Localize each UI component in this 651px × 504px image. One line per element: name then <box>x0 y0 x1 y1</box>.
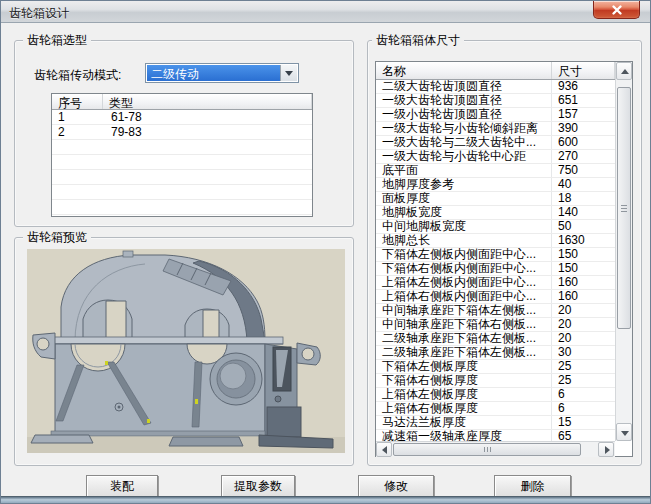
combobox-dropdown-button[interactable] <box>280 65 297 81</box>
dimension-name: 一级大齿轮与小齿轮倾斜距离 <box>376 122 552 135</box>
dimension-row[interactable]: 面板厚度18 <box>376 192 615 206</box>
column-header-index[interactable]: 序号 <box>52 94 103 109</box>
preview-groupbox: 齿轮箱预览 <box>14 237 354 466</box>
scroll-down-button[interactable] <box>616 423 632 441</box>
dimension-row[interactable]: 一级小齿轮齿顶圆直径157 <box>376 108 615 122</box>
dimension-row[interactable]: 下箱体左侧板内侧面距中心...150 <box>376 248 615 262</box>
column-header-name[interactable]: 名称 <box>376 62 552 79</box>
dimension-name: 上箱体左侧板厚度 <box>376 388 552 401</box>
close-button[interactable] <box>593 1 640 19</box>
transmission-mode-combobox[interactable]: 二级传动 <box>145 63 299 83</box>
scroll-up-button[interactable] <box>616 62 632 80</box>
dimension-row[interactable]: 中间地脚板宽度50 <box>376 220 615 234</box>
title-bar[interactable]: 齿轮箱设计 <box>1 1 650 23</box>
scroll-left-button[interactable] <box>376 442 392 457</box>
modify-button[interactable]: 修改 <box>358 475 434 497</box>
dimension-name: 一级大齿轮与二级大齿轮中... <box>376 136 552 149</box>
dimension-row[interactable]: 底平面750 <box>376 164 615 178</box>
dimension-value: 140 <box>552 206 615 219</box>
dimension-value: 25 <box>552 360 615 373</box>
dimension-row[interactable]: 上箱体右侧板厚度6 <box>376 402 615 416</box>
dimension-row[interactable]: 二级轴承座距下箱体左侧板...30 <box>376 346 615 360</box>
dimension-name: 地脚总长 <box>376 234 552 247</box>
dimension-row[interactable]: 减速箱一级轴承座厚度65 <box>376 430 615 441</box>
vertical-scrollbar[interactable] <box>615 62 632 441</box>
dimension-name: 上箱体右侧板厚度 <box>376 402 552 415</box>
dimension-row[interactable]: 一级大齿轮与二级大齿轮中...600 <box>376 136 615 150</box>
dimension-value: 40 <box>552 178 615 191</box>
dimension-row[interactable]: 上箱体左侧板内侧面距中心...160 <box>376 276 615 290</box>
transmission-mode-label: 齿轮箱传动模式: <box>34 67 121 84</box>
type-row-value: 79-83 <box>103 125 312 139</box>
dimension-row[interactable]: 下箱体右侧板厚度25 <box>376 374 615 388</box>
dimension-value: 160 <box>552 276 615 289</box>
dimension-value: 18 <box>552 192 615 205</box>
horizontal-scrollbar[interactable] <box>376 441 615 457</box>
dimension-row[interactable]: 中间轴承座距下箱体右侧板...20 <box>376 318 615 332</box>
dimension-row[interactable]: 一级大齿轮与小齿轮倾斜距离390 <box>376 122 615 136</box>
dimension-name: 上箱体右侧板内侧面距中心... <box>376 290 552 303</box>
dimension-row[interactable]: 中间轴承座距下箱体左侧板...20 <box>376 304 615 318</box>
chevron-down-icon <box>285 71 293 76</box>
dimension-row[interactable]: 地脚板宽度140 <box>376 206 615 220</box>
selection-groupbox: 齿轮箱选型 齿轮箱传动模式: 二级传动 序号 类型 161-78279-83 <box>14 40 354 227</box>
dimension-value: 6 <box>552 402 615 415</box>
dimensions-table-header: 名称 尺寸 <box>376 62 615 80</box>
scroll-right-button[interactable] <box>598 442 614 457</box>
dimension-row[interactable]: 二级轴承座距下箱体左侧板...20 <box>376 332 615 346</box>
type-row[interactable]: 161-78 <box>52 110 312 125</box>
column-header-type[interactable]: 类型 <box>103 94 312 109</box>
horizontal-scroll-thumb[interactable] <box>393 443 581 456</box>
window-bottom-edge <box>1 496 650 503</box>
dimension-name: 下箱体右侧板厚度 <box>376 374 552 387</box>
empty-row <box>52 185 312 200</box>
dimension-value: 20 <box>552 304 615 317</box>
dimension-row[interactable]: 地脚厚度参考40 <box>376 178 615 192</box>
dimensions-groupbox: 齿轮箱箱体尺寸 名称 尺寸 二级大齿轮齿顶圆直径936一级大齿轮齿顶圆直径651… <box>367 40 642 466</box>
dimension-row[interactable]: 上箱体左侧板厚度6 <box>376 388 615 402</box>
arrow-left-icon <box>382 446 387 454</box>
dimension-name: 下箱体左侧板厚度 <box>376 360 552 373</box>
vertical-scroll-thumb[interactable] <box>617 87 631 329</box>
dimension-value: 936 <box>552 80 615 93</box>
dimension-name: 底平面 <box>376 164 552 177</box>
dimension-value: 30 <box>552 346 615 359</box>
type-row-index: 2 <box>52 125 103 139</box>
dimension-value: 160 <box>552 290 615 303</box>
dimension-value: 150 <box>552 262 615 275</box>
dimension-name: 下箱体左侧板内侧面距中心... <box>376 248 552 261</box>
dimension-row[interactable]: 地脚总长1630 <box>376 234 615 248</box>
column-header-size[interactable]: 尺寸 <box>552 62 615 79</box>
dimension-row[interactable]: 下箱体右侧板内侧面距中心...150 <box>376 262 615 276</box>
dimension-row[interactable]: 马达法兰板厚度15 <box>376 416 615 430</box>
type-row-index: 1 <box>52 110 103 124</box>
extract-params-button[interactable]: 提取参数 <box>221 475 295 497</box>
dimension-value: 50 <box>552 220 615 233</box>
dimension-value: 651 <box>552 94 615 107</box>
dimension-name: 面板厚度 <box>376 192 552 205</box>
type-row[interactable]: 279-83 <box>52 125 312 140</box>
dimension-name: 中间地脚板宽度 <box>376 220 552 233</box>
assemble-button[interactable]: 装配 <box>86 475 158 497</box>
window-title: 齿轮箱设计 <box>9 5 69 22</box>
delete-button[interactable]: 删除 <box>494 475 571 497</box>
dimension-row[interactable]: 一级大齿轮齿顶圆直径651 <box>376 94 615 108</box>
dimension-name: 地脚板宽度 <box>376 206 552 219</box>
dimension-value: 20 <box>552 318 615 331</box>
preview-group-title: 齿轮箱预览 <box>23 230 91 244</box>
type-row-value: 61-78 <box>103 110 312 124</box>
dimension-name: 一级大齿轮齿顶圆直径 <box>376 94 552 107</box>
dialog-window: 齿轮箱设计 齿轮箱选型 齿轮箱传动模式: 二级传动 序号 类型 161-7827… <box>0 0 651 504</box>
dimension-row[interactable]: 上箱体右侧板内侧面距中心...160 <box>376 290 615 304</box>
dimensions-group-title: 齿轮箱箱体尺寸 <box>372 33 464 47</box>
dimension-row[interactable]: 一级大齿轮与小齿轮中心距270 <box>376 150 615 164</box>
selection-group-title: 齿轮箱选型 <box>23 33 91 47</box>
dimension-name: 下箱体右侧板内侧面距中心... <box>376 262 552 275</box>
dimension-value: 157 <box>552 108 615 121</box>
dimension-row[interactable]: 下箱体左侧板厚度25 <box>376 360 615 374</box>
dimension-value: 600 <box>552 136 615 149</box>
dimension-value: 6 <box>552 388 615 401</box>
dimension-row[interactable]: 二级大齿轮齿顶圆直径936 <box>376 80 615 94</box>
arrow-down-icon <box>621 431 629 436</box>
gearbox-preview-image <box>27 249 345 453</box>
